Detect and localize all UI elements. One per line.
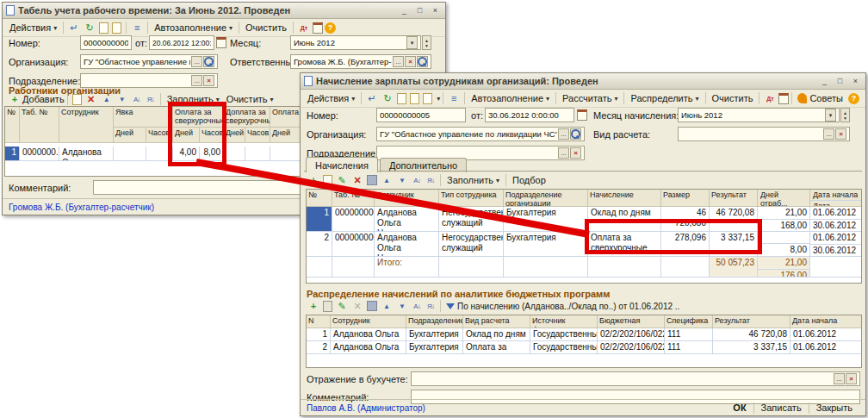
dtkt-icon[interactable]: Дт [297,22,311,34]
list-icon[interactable]: ≡ [447,92,461,105]
org-field[interactable]: ГУ "Областное управление по ликв...... [80,54,218,69]
search-button[interactable] [570,128,581,140]
cell-days-hours[interactable]: 8,00 [758,232,810,257]
month-field[interactable]: Июнь 2012▾ [678,108,840,122]
row-number[interactable]: 1 [5,147,20,161]
minimize-button[interactable]: _ [818,76,831,87]
cell-overtime-days[interactable]: 4,00 [173,147,200,161]
autofill-button[interactable]: Автозаполнение▾ [151,22,236,34]
save-order-icon[interactable] [367,301,377,311]
cell-dates[interactable]: 01.06.2012 30.06.2012 [810,207,861,232]
sort-desc-icon[interactable]: Я↓ [424,177,437,184]
cell-type[interactable]: Негосударствен... служащий [439,207,504,232]
cell-type[interactable]: Негосударствен... служащий [439,232,504,257]
pick-button[interactable]: Подбор [509,174,549,186]
register-icon[interactable] [313,22,323,34]
date-field[interactable]: 20.06.2012 12:00:00 [149,35,214,50]
calculate-button[interactable]: Рассчитать▾ [559,92,621,104]
cell-spec[interactable]: 111 [665,341,713,354]
number-field[interactable]: 00000000005 [376,108,466,122]
ellipsis-button[interactable]: ... [191,75,202,86]
actions-button[interactable]: Действия▾ [6,22,60,34]
copy-icon[interactable] [99,22,108,34]
delete-icon[interactable]: ✕ [350,174,364,187]
calendar-icon[interactable] [577,109,587,121]
accrual-row[interactable]: 2 0000000003 Алданова Ольга Николаевна Н… [307,232,861,257]
cell-date[interactable]: 01.06.2012 [790,341,861,354]
row-number[interactable]: 2 [307,341,331,354]
cell-tab-number[interactable]: 0000000003 [332,232,375,257]
cell-result[interactable]: 3 337,15 [710,232,758,257]
cell-dept[interactable]: Бухгалтерия [504,232,588,257]
cell-calc-type[interactable]: Оклад по дням [463,328,530,341]
help-icon[interactable]: ? [325,22,336,34]
edit-icon[interactable]: ✎ [335,174,349,187]
row-number[interactable]: 1 [307,207,332,232]
cell-result[interactable]: 3 337,15 [713,341,790,354]
post-document-icon[interactable]: ↵ [67,22,81,34]
clear-field-button[interactable]: × [203,75,214,86]
actions-button[interactable]: Действия▾ [304,92,358,104]
combo-arrow-icon[interactable]: ▾ [825,109,836,122]
cell-holiday-days[interactable] [270,147,301,161]
close-button[interactable]: × [429,5,442,16]
clear-field-button[interactable]: × [835,128,846,140]
ellipsis-button[interactable]: ... [834,373,845,384]
timesheet-titlebar[interactable]: Табель учета рабочего времени: За Июнь 2… [3,3,445,19]
cell-employee[interactable]: Алданова Ольга ... [331,328,406,341]
sort-asc-icon[interactable]: А↓ [410,303,424,310]
month-spinner[interactable]: ▲▼ [840,108,850,122]
filter-icon[interactable] [446,303,455,309]
cell-program[interactable]: 02/2/202/106/022 [598,341,665,354]
fill-menu-button[interactable]: Заполнить▾ [164,93,223,105]
cell-extra-hours[interactable] [245,147,270,161]
accrual-row[interactable]: 1 0000000003 Алданова Ольга Николаевна Н… [307,207,861,232]
fill-menu-button[interactable]: Заполнить▾ [443,174,503,186]
date-field[interactable]: 30.06.2012 0:00:00 [485,108,574,122]
cell-dept[interactable]: Бухгалтерия [406,341,463,354]
move-down-icon[interactable]: ▼ [395,300,409,313]
cell-calc-type[interactable]: Оплата за сверхур... [463,341,530,354]
add-copy-icon[interactable] [323,175,332,186]
dtkt-icon[interactable]: Дт [763,92,777,105]
cell-result[interactable]: 46 720,08 [713,328,790,341]
save-order-icon[interactable] [367,175,377,185]
accrual-titlebar[interactable]: Начисление зарплаты сотрудникам организа… [301,73,865,90]
cell-attend-days[interactable] [114,147,146,161]
move-down-icon[interactable]: ▼ [115,93,129,106]
edit-icon[interactable]: ✎ [335,300,349,313]
calc-type-field[interactable]: ...× [678,127,850,141]
add-copy-icon[interactable] [323,301,332,312]
cell-tab-number[interactable]: 0000000003 [332,207,375,232]
move-up-icon[interactable]: ▲ [380,300,394,313]
clear-field-button[interactable]: × [570,147,581,159]
add-icon[interactable]: + [307,300,320,313]
row-number[interactable]: 2 [307,232,332,257]
minimize-button[interactable]: _ [398,5,411,16]
autofill-button[interactable]: Автозаполнение▾ [468,92,553,104]
tab-accruals[interactable]: Начисления [306,157,378,172]
ok-button[interactable]: ОК [726,402,753,413]
cell-date[interactable]: 01.06.2012 [790,328,861,341]
clear-menu-button[interactable]: Очистить▾ [223,93,277,105]
close-button[interactable]: × [849,76,862,87]
reflect-field[interactable]: ...× [411,371,860,386]
resp-field[interactable]: Громова Ж.Б. (Бухгалтер-расчетч......× [290,54,431,69]
row-number[interactable]: 1 [307,328,331,341]
cell-accrual[interactable]: Оплата за сверхурочные [588,232,661,257]
cell-employee[interactable]: Алданова Ольга Николаевна [375,232,439,257]
cell-attend-hours[interactable] [146,147,173,161]
cell-size[interactable]: 46 720,080 [661,207,710,232]
cell-program[interactable]: 02/2/202/106/022 [598,328,665,341]
clear-field-button[interactable]: × [846,373,857,384]
delete-icon[interactable]: ✕ [84,93,98,106]
ellipsis-button[interactable]: ... [393,56,404,67]
copy-new-icon[interactable] [112,22,121,34]
delete-icon[interactable]: ✕ [350,300,364,313]
list-icon[interactable]: ≡ [130,22,144,34]
copy-new-icon[interactable] [410,93,419,104]
sort-asc-icon[interactable]: А↓ [130,96,144,103]
cell-employee[interactable]: Алданова Ольга ... [331,341,406,354]
refresh-icon[interactable]: ↻ [83,22,96,34]
clear-button[interactable]: Очистить [709,92,757,104]
